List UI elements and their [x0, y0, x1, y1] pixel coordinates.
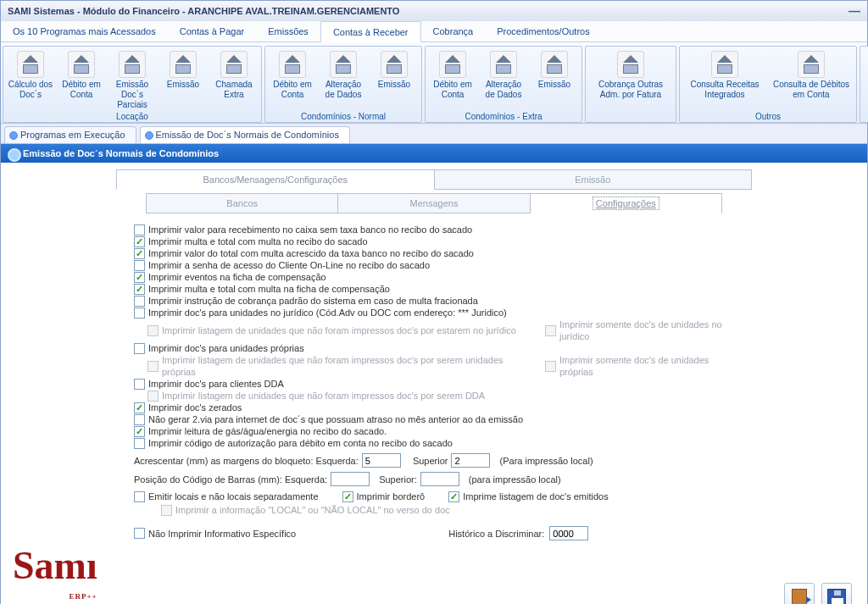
menu-procedimentos[interactable]: Procedimentos/Outros: [485, 21, 601, 42]
door-icon: [792, 589, 807, 604]
save-button[interactable]: [821, 583, 852, 604]
panel-title: Emissão de Doc´s Normais de Condomínios: [1, 144, 867, 163]
btn-emissao-ce[interactable]: Emissão: [530, 49, 579, 110]
bread-tabs: Programas em Execução Emissão de Doc´s N…: [1, 124, 867, 144]
chk-c8[interactable]: [134, 308, 145, 319]
content-area: Bancos/Mensagens/Configurações Emissão B…: [1, 163, 867, 604]
ribbon-group-locacao: Cálculo dos Doc´s Débito em Conta Emissã…: [3, 46, 262, 123]
group-caption-cn: Condomínios - Normal: [265, 112, 421, 121]
chk-c10a[interactable]: [147, 391, 159, 402]
config-panel: Imprimir valor para recebimento no caixa…: [129, 219, 739, 522]
tab-bancos-mensagens[interactable]: Bancos/Mensagens/Configurações: [116, 169, 435, 190]
chk-c8b[interactable]: [545, 325, 556, 336]
btn-calculo-docs[interactable]: Cálculo dos Doc´s: [6, 49, 55, 110]
menu-emissoes[interactable]: Emissões: [256, 21, 320, 42]
subtab-configuracoes[interactable]: Configurações: [531, 193, 722, 213]
btn-sair[interactable]: Sair do Sistema: [863, 49, 868, 110]
sub-tab-row: Bancos Mensagens Configurações: [146, 193, 722, 213]
chk-c9a[interactable]: [147, 361, 159, 372]
input-barcode-esq[interactable]: [331, 472, 370, 486]
btn-alteracao-dados-ce[interactable]: Alteração de Dados: [479, 49, 528, 110]
chk-c7[interactable]: [134, 296, 145, 307]
chk-bordero[interactable]: [342, 491, 353, 502]
label-historico: Histórico a Discriminar:: [448, 529, 544, 539]
subtab-bancos[interactable]: Bancos: [146, 193, 338, 213]
group-caption-locacao: Locação: [3, 112, 261, 121]
btn-consulta-debitos[interactable]: Consulta de Débitos em Conta: [769, 49, 854, 110]
chk-c8a[interactable]: [147, 325, 159, 336]
btn-emissao-loc[interactable]: Emissão: [159, 49, 208, 110]
tab-emissao[interactable]: Emissão: [435, 169, 753, 190]
group-caption-outros: Outros: [680, 112, 856, 121]
menu-contas-receber[interactable]: Contas à Receber: [320, 21, 421, 42]
tab-programas-execucao[interactable]: Programas em Execução: [4, 126, 136, 143]
btn-chamada-extra[interactable]: Chamada Extra: [209, 49, 259, 110]
chk-c9b[interactable]: [545, 361, 556, 372]
tab-emissao-docs[interactable]: Emissão de Doc´s Normais de Condomínios: [140, 126, 350, 143]
exit-button[interactable]: [784, 583, 815, 604]
minimize-button[interactable]: —: [849, 4, 860, 18]
chk-c13[interactable]: [134, 426, 145, 437]
emit-row: Emitir locais e não locais separadamente…: [134, 490, 734, 502]
barcode-row: Posição do Código de Barras (mm): Esquer…: [134, 472, 734, 486]
input-margin-sup[interactable]: [451, 453, 490, 468]
chk-local-verso[interactable]: [161, 505, 172, 516]
chk-c4[interactable]: [134, 260, 145, 271]
menu-contas-pagar[interactable]: Contas à Pagar: [168, 21, 256, 42]
margins-row: Acrescentar (mm) as margens do bloqueto:…: [134, 453, 734, 468]
chk-c11[interactable]: [134, 402, 145, 413]
group-caption-ce: Condomínios - Extra: [426, 112, 581, 121]
btn-cobranca-outras[interactable]: Cobrança Outras Adm. por Fatura: [588, 49, 673, 110]
input-margin-esq[interactable]: [362, 453, 401, 468]
btn-debito-conta-cn[interactable]: Débito em Conta: [268, 49, 317, 110]
btn-emissao-parciais[interactable]: Emissão Doc´s Parciais: [108, 49, 157, 110]
chk-c14[interactable]: [134, 438, 145, 449]
btn-emissao-cn[interactable]: Emissão: [370, 49, 419, 110]
btn-debito-conta-loc[interactable]: Débito em Conta: [57, 49, 106, 110]
ribbon-group-cobranca: Cobrança Outras Adm. por Fatura: [585, 46, 676, 123]
chk-c3[interactable]: [134, 248, 145, 259]
bottom-buttons: [784, 583, 852, 604]
input-historico[interactable]: [549, 526, 588, 540]
input-barcode-sup[interactable]: [420, 472, 459, 486]
chk-c10[interactable]: [134, 379, 145, 390]
logo: Samı ERP++: [13, 549, 97, 604]
chk-nao-imprimir-info[interactable]: [134, 528, 145, 539]
ribbon-group-cond-extra: Débito em Conta Alteração de Dados Emiss…: [425, 46, 582, 123]
chk-c2[interactable]: [134, 236, 145, 247]
title-bar: SAMI Sistemas - Módulo do Financeiro - A…: [1, 1, 867, 21]
chk-c9[interactable]: [134, 343, 145, 354]
btn-alteracao-dados-cn[interactable]: Alteração de Dados: [319, 49, 368, 110]
menu-bar: Os 10 Programas mais Acessados Contas à …: [1, 21, 867, 42]
chk-c6[interactable]: [134, 284, 145, 295]
chk-c1[interactable]: [134, 224, 145, 236]
menu-top10[interactable]: Os 10 Programas mais Acessados: [1, 21, 168, 42]
chk-emitir-locais[interactable]: [134, 491, 145, 502]
subtab-mensagens[interactable]: Mensagens: [338, 193, 530, 213]
chk-listagem-emitidos[interactable]: [448, 491, 459, 502]
top-tab-row: Bancos/Mensagens/Configurações Emissão: [116, 169, 752, 190]
menu-cobranca[interactable]: Cobrança: [421, 21, 486, 42]
btn-debito-conta-ce[interactable]: Débito em Conta: [428, 49, 477, 110]
ribbon-group-cond-normal: Débito em Conta Alteração de Dados Emiss…: [264, 46, 422, 123]
chk-c12[interactable]: [134, 414, 145, 425]
ribbon-toolbar: Cálculo dos Doc´s Débito em Conta Emissã…: [1, 42, 867, 124]
window-title: SAMI Sistemas - Módulo do Financeiro - A…: [8, 6, 399, 16]
ribbon-group-sair: Sair do Sistema Sair: [860, 46, 868, 123]
btn-consulta-receitas[interactable]: Consulta Receitas Integrados: [682, 49, 767, 110]
chk-c5[interactable]: [134, 272, 145, 283]
group-caption-sair: Sair: [860, 112, 868, 121]
final-row: Não Imprimir Informativo Específico Hist…: [134, 526, 734, 540]
floppy-icon: [827, 589, 846, 604]
ribbon-group-outros: Consulta Receitas Integrados Consulta de…: [679, 46, 857, 123]
